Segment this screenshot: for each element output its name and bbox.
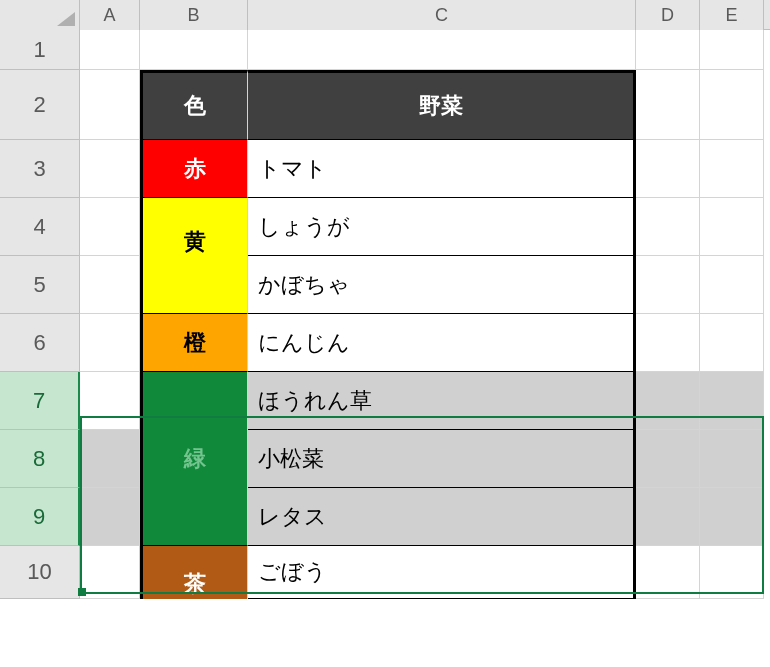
cell-A7[interactable]	[80, 372, 140, 430]
row-header-10[interactable]: 10	[0, 546, 80, 599]
cell-B1[interactable]	[140, 30, 248, 70]
veg-cell-r5[interactable]: かぼちゃ	[248, 256, 636, 314]
cell-E10[interactable]	[700, 546, 764, 599]
cell-A10[interactable]	[80, 546, 140, 599]
row-header-8[interactable]: 8	[0, 430, 80, 488]
row-2: 2 色 野菜	[0, 70, 770, 140]
row-header-3[interactable]: 3	[0, 140, 80, 198]
cell-A3[interactable]	[80, 140, 140, 198]
row-9: 9 レタス	[0, 488, 770, 546]
row-7: 7 ほうれん草	[0, 372, 770, 430]
cell-D4[interactable]	[636, 198, 700, 256]
veg-cell-r4[interactable]: しょうが	[248, 198, 636, 256]
cell-E4[interactable]	[700, 198, 764, 256]
cell-E7[interactable]	[700, 372, 764, 430]
cell-A6[interactable]	[80, 314, 140, 372]
cell-D8[interactable]	[636, 430, 700, 488]
column-header-row: A B C D E	[0, 0, 770, 30]
row-header-2[interactable]: 2	[0, 70, 80, 140]
row-header-5[interactable]: 5	[0, 256, 80, 314]
cell-D7[interactable]	[636, 372, 700, 430]
veg-cell-r6[interactable]: にんじん	[248, 314, 636, 372]
cell-A5[interactable]	[80, 256, 140, 314]
cell-A2[interactable]	[80, 70, 140, 140]
cell-E8[interactable]	[700, 430, 764, 488]
cell-A1[interactable]	[80, 30, 140, 70]
cell-E6[interactable]	[700, 314, 764, 372]
cell-A4[interactable]	[80, 198, 140, 256]
cell-C1[interactable]	[248, 30, 636, 70]
cell-E3[interactable]	[700, 140, 764, 198]
row-4: 4 しょうが	[0, 198, 770, 256]
cell-E9[interactable]	[700, 488, 764, 546]
color-cell-green-bot[interactable]	[140, 488, 248, 546]
row-header-9[interactable]: 9	[0, 488, 80, 546]
color-cell-yellow-merged[interactable]: 黄	[140, 227, 248, 314]
row-header-7[interactable]: 7	[0, 372, 80, 430]
veg-cell-r3[interactable]: トマト	[248, 140, 636, 198]
cell-D1[interactable]	[636, 30, 700, 70]
table-header-vegetable[interactable]: 野菜	[248, 70, 636, 140]
veg-cell-r7[interactable]: ほうれん草	[248, 372, 636, 430]
row-8: 8 緑 小松菜	[0, 430, 770, 488]
cell-A9[interactable]	[80, 488, 140, 546]
cell-E2[interactable]	[700, 70, 764, 140]
cell-D3[interactable]	[636, 140, 700, 198]
veg-cell-r10[interactable]: ごぼう	[248, 546, 636, 599]
col-header-E[interactable]: E	[700, 0, 764, 30]
color-cell-orange[interactable]: 橙	[140, 314, 248, 372]
row-1: 1	[0, 30, 770, 70]
cell-E5[interactable]	[700, 256, 764, 314]
row-header-6[interactable]: 6	[0, 314, 80, 372]
cell-D6[interactable]	[636, 314, 700, 372]
cell-D2[interactable]	[636, 70, 700, 140]
col-header-D[interactable]: D	[636, 0, 700, 30]
col-header-A[interactable]: A	[80, 0, 140, 30]
col-header-B[interactable]: B	[140, 0, 248, 30]
col-header-C[interactable]: C	[248, 0, 636, 30]
cell-D10[interactable]	[636, 546, 700, 599]
veg-cell-r8[interactable]: 小松菜	[248, 430, 636, 488]
veg-cell-r9[interactable]: レタス	[248, 488, 636, 546]
color-cell-red[interactable]: 赤	[140, 140, 248, 198]
table-header-color[interactable]: 色	[140, 70, 248, 140]
select-all-corner[interactable]	[0, 0, 80, 30]
cell-D5[interactable]	[636, 256, 700, 314]
row-10: 10 茶 ごぼう	[0, 546, 770, 599]
cell-D9[interactable]	[636, 488, 700, 546]
row-6: 6 橙 にんじん	[0, 314, 770, 372]
row-3: 3 赤 トマト	[0, 140, 770, 198]
row-5: 5 黄 かぼちゃ	[0, 256, 770, 314]
color-cell-brown[interactable]: 茶	[140, 546, 248, 599]
color-cell-green-top[interactable]	[140, 372, 248, 430]
cell-E1[interactable]	[700, 30, 764, 70]
row-header-1[interactable]: 1	[0, 30, 80, 70]
cell-A8[interactable]	[80, 430, 140, 488]
row-header-4[interactable]: 4	[0, 198, 80, 256]
spreadsheet[interactable]: A B C D E 1 2 色 野菜 3 赤 トマト	[0, 0, 770, 667]
grid-body: 1 2 色 野菜 3 赤 トマト 4	[0, 30, 770, 599]
color-cell-green-mid[interactable]: 緑	[140, 430, 248, 488]
